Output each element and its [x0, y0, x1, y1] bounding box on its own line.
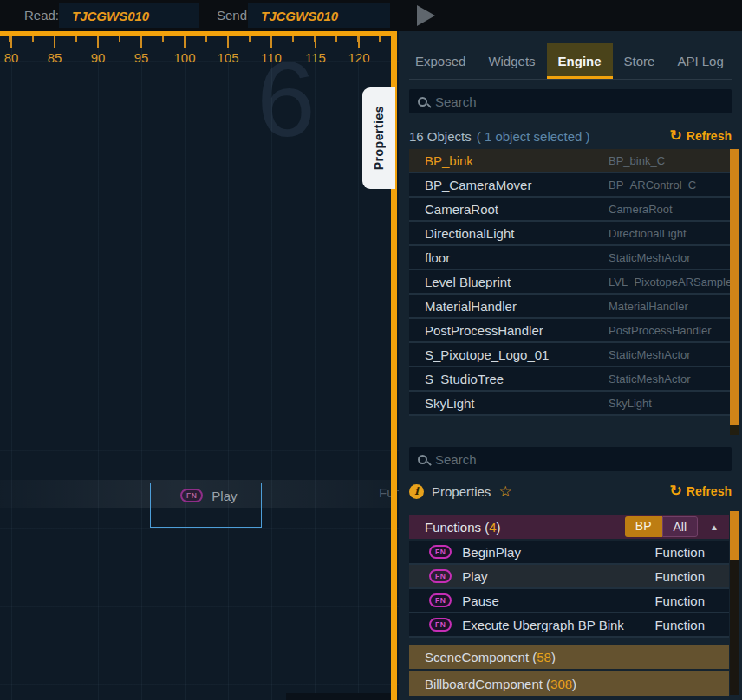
object-row[interactable]: floorStaticMeshActor — [409, 246, 730, 270]
app-window: Read: Send: 80 85 90 95 100 105 110 115 … — [0, 0, 742, 700]
tab-store[interactable]: Store — [613, 43, 667, 79]
object-row[interactable]: MaterialHandlerMaterialHandler — [409, 295, 730, 319]
properties-side-tab[interactable]: Properties — [362, 88, 395, 189]
send-input[interactable] — [248, 3, 390, 28]
function-badge: FN — [429, 593, 452, 607]
properties-refresh-button[interactable]: ↻ Refresh — [670, 484, 732, 498]
object-row[interactable]: CameraRootCameraRoot — [409, 198, 730, 222]
objects-scrollbar — [730, 149, 739, 435]
object-row[interactable]: SkyLightSkyLight — [409, 392, 730, 416]
tab-engine[interactable]: Engine — [547, 43, 613, 79]
ruler-minor-ticks — [0, 36, 392, 42]
refresh-icon: ↻ — [670, 485, 682, 497]
function-badge: FN — [429, 569, 452, 583]
object-row[interactable]: DirectionalLightDirectionalLight — [409, 222, 730, 246]
tab-api-log[interactable]: API Log — [666, 43, 734, 79]
search-icon — [418, 455, 427, 464]
tab-widgets[interactable]: Widgets — [477, 43, 546, 79]
objects-count: 16 Objects — [409, 129, 472, 144]
collapse-arrow-icon[interactable]: ▲ — [710, 522, 719, 532]
function-badge: FN — [429, 618, 452, 632]
scenecomponent-section-header[interactable]: SceneComponent (58) — [409, 645, 729, 669]
read-input[interactable] — [59, 3, 199, 28]
function-row[interactable]: FN Execute Ubergraph BP Bink Function — [409, 613, 729, 638]
properties-search — [409, 447, 732, 471]
billboardcomponent-section-header[interactable]: BillboardComponent (308) — [409, 671, 729, 696]
objects-scrollbar-thumb[interactable] — [730, 149, 739, 425]
properties-scrollbar-thumb[interactable] — [730, 511, 739, 560]
objects-refresh-button[interactable]: ↻ Refresh — [670, 129, 732, 143]
objects-list: BP_binkBP_bink_C BP_CameraMoverBP_ARCont… — [409, 149, 730, 416]
function-row[interactable]: FN Play Function — [409, 565, 729, 589]
objects-search — [409, 89, 732, 113]
properties-scrollbar — [730, 511, 739, 695]
objects-selected-count: ( 1 object selected ) — [477, 129, 590, 144]
object-row[interactable]: BP_CameraMoverBP_ARControl_C — [409, 173, 730, 198]
object-row[interactable]: S_Pixotope_Logo_01StaticMeshActor — [409, 343, 730, 367]
tab-divider — [409, 79, 732, 80]
drag-item-label: Play — [212, 489, 237, 503]
function-badge: FN — [429, 545, 452, 559]
properties-search-input[interactable] — [435, 452, 723, 467]
properties-title: Properties — [432, 484, 491, 499]
function-row[interactable]: FN BeginPlay Function — [409, 541, 729, 565]
objects-header: 16 Objects ( 1 object selected ) ↻ Refre… — [409, 126, 732, 146]
object-row[interactable]: PostProcessHandlerPostProcessHandler — [409, 319, 730, 343]
tab-exposed[interactable]: Exposed — [404, 43, 477, 79]
object-row[interactable]: BP_binkBP_bink_C — [409, 149, 730, 173]
drag-drop-target-play[interactable]: FN Play — [150, 483, 262, 528]
properties-header: i Properties ☆ ↻ Refresh — [409, 481, 732, 502]
function-badge: FN — [180, 489, 203, 502]
send-label: Send: — [217, 0, 251, 31]
read-label: Read: — [24, 0, 59, 31]
bp-toggle[interactable]: BP — [625, 516, 662, 537]
functions-section-header[interactable]: Functions (4) BP All ▲ — [409, 515, 729, 539]
functions-title: Functions ( — [425, 520, 489, 535]
viewport-watermark: 6 — [257, 47, 316, 152]
objects-search-input[interactable] — [435, 94, 723, 109]
viewport-frame-top — [0, 31, 397, 36]
functions-list: FN BeginPlay Function FN Play Function F… — [409, 541, 729, 638]
search-icon — [418, 97, 427, 107]
function-row[interactable]: FN Pause Function — [409, 589, 729, 613]
viewport: 80 85 90 95 100 105 110 115 120 125 6 FN… — [0, 31, 399, 700]
all-toggle[interactable]: All — [662, 516, 699, 537]
right-panel: Exposed Widgets Engine Store API Log 16 … — [399, 31, 742, 700]
play-icon[interactable] — [417, 5, 435, 26]
favorite-star-icon[interactable]: ☆ — [498, 484, 511, 499]
object-row[interactable]: Level BlueprintLVL_PixotopeARSample.. — [409, 270, 730, 295]
bp-all-toggle-group: BP All — [625, 516, 698, 537]
tab-bar: Exposed Widgets Engine Store API Log — [404, 43, 735, 79]
properties-side-tab-label: Properties — [372, 106, 386, 170]
info-icon: i — [409, 484, 424, 499]
functions-count: 4 — [489, 520, 496, 535]
viewport-bottom-strip — [286, 693, 392, 700]
object-row[interactable]: S_StudioTreeStaticMeshActor — [409, 367, 730, 392]
refresh-icon: ↻ — [670, 130, 682, 142]
top-bar: Read: Send: — [0, 0, 742, 31]
